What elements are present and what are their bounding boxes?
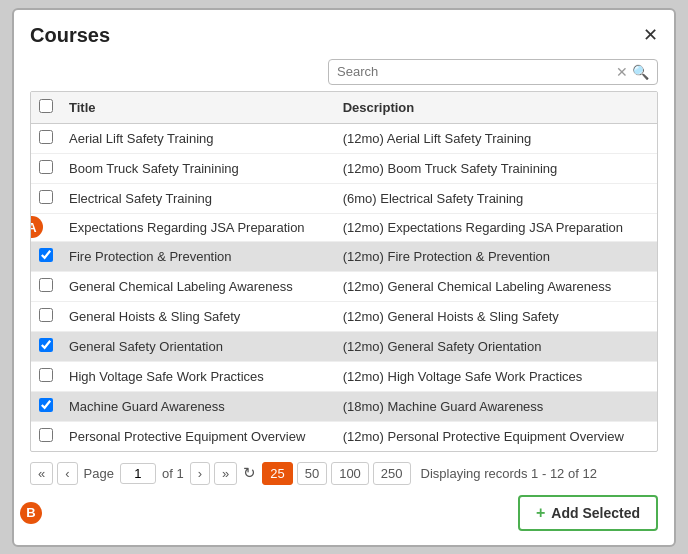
search-icon[interactable]: 🔍 <box>632 64 649 80</box>
row-description: (12mo) General Hoists & Sling Safety <box>335 301 657 331</box>
refresh-button[interactable]: ↻ <box>243 464 256 482</box>
table-row: Electrical Safety Training(6mo) Electric… <box>31 183 657 213</box>
row-title: Electrical Safety Training <box>61 183 335 213</box>
row-title: General Hoists & Sling Safety <box>61 301 335 331</box>
row-checkbox[interactable] <box>39 338 53 352</box>
row-checkbox-cell <box>31 183 61 213</box>
row-title: Boom Truck Safety Trainining <box>61 153 335 183</box>
row-description: (12mo) General Safety Orientation <box>335 331 657 361</box>
next-page-button[interactable]: › <box>190 462 210 485</box>
courses-table: Title Description Aerial Lift Safety Tra… <box>30 91 658 452</box>
row-checkbox[interactable] <box>39 428 53 442</box>
plus-icon: + <box>536 504 545 522</box>
search-row: ✕ 🔍 <box>30 59 658 85</box>
table-row: Personal Protective Equipment Overview(1… <box>31 421 657 451</box>
row-description: (18mo) Machine Guard Awareness <box>335 391 657 421</box>
row-title: Personal Protective Equipment Overview <box>61 421 335 451</box>
per-page-50-button[interactable]: 50 <box>297 462 327 485</box>
row-checkbox[interactable] <box>39 398 53 412</box>
row-description: (12mo) Personal Protective Equipment Ove… <box>335 421 657 451</box>
pagination-row: « ‹ Page of 1 › » ↻ 25 50 100 250 Displa… <box>30 462 658 485</box>
row-checkbox-cell <box>31 123 61 153</box>
header-checkbox-col <box>31 92 61 124</box>
header-title: Title <box>61 92 335 124</box>
clear-icon[interactable]: ✕ <box>616 64 628 80</box>
row-checkbox[interactable] <box>39 248 53 262</box>
table-row: Fire Protection & Prevention(12mo) Fire … <box>31 241 657 271</box>
row-checkbox-cell <box>31 421 61 451</box>
row-description: (12mo) Expectations Regarding JSA Prepar… <box>335 213 657 241</box>
table-row: High Voltage Safe Work Practices(12mo) H… <box>31 361 657 391</box>
row-description: (6mo) Electrical Safety Training <box>335 183 657 213</box>
row-description: (12mo) Aerial Lift Safety Training <box>335 123 657 153</box>
row-title: Expectations Regarding JSA Preparation <box>61 213 335 241</box>
row-checkbox-cell <box>31 331 61 361</box>
first-page-button[interactable]: « <box>30 462 53 485</box>
add-selected-label: Add Selected <box>551 505 640 521</box>
row-checkbox-cell: A <box>31 213 61 241</box>
modal-title: Courses <box>30 24 110 47</box>
row-checkbox-cell <box>31 301 61 331</box>
search-input[interactable] <box>337 64 616 79</box>
row-checkbox[interactable] <box>39 368 53 382</box>
row-checkbox[interactable] <box>39 130 53 144</box>
last-page-button[interactable]: » <box>214 462 237 485</box>
page-input[interactable] <box>120 463 156 484</box>
row-title: General Safety Orientation <box>61 331 335 361</box>
row-checkbox-cell <box>31 361 61 391</box>
page-label: Page <box>84 466 114 481</box>
per-page-250-button[interactable]: 250 <box>373 462 411 485</box>
row-description: (12mo) General Chemical Labeling Awarene… <box>335 271 657 301</box>
row-title: Machine Guard Awareness <box>61 391 335 421</box>
row-checkbox-cell <box>31 271 61 301</box>
row-title: Aerial Lift Safety Training <box>61 123 335 153</box>
table-row: General Safety Orientation(12mo) General… <box>31 331 657 361</box>
courses-modal: Courses ✕ ✕ 🔍 Title Description Aerial L… <box>12 8 676 547</box>
row-description: (12mo) Boom Truck Safety Trainining <box>335 153 657 183</box>
per-page-25-button[interactable]: 25 <box>262 462 292 485</box>
row-description: (12mo) Fire Protection & Prevention <box>335 241 657 271</box>
per-page-100-button[interactable]: 100 <box>331 462 369 485</box>
table-row: Boom Truck Safety Trainining(12mo) Boom … <box>31 153 657 183</box>
close-button[interactable]: ✕ <box>643 26 658 44</box>
row-checkbox-cell <box>31 241 61 271</box>
prev-page-button[interactable]: ‹ <box>57 462 77 485</box>
table-header-row: Title Description <box>31 92 657 124</box>
table-row: General Hoists & Sling Safety(12mo) Gene… <box>31 301 657 331</box>
modal-header: Courses ✕ <box>30 24 658 47</box>
select-all-checkbox[interactable] <box>39 99 53 113</box>
row-checkbox[interactable] <box>39 190 53 204</box>
search-wrapper: ✕ 🔍 <box>328 59 658 85</box>
table-row: Aerial Lift Safety Training(12mo) Aerial… <box>31 123 657 153</box>
table-row: AExpectations Regarding JSA Preparation(… <box>31 213 657 241</box>
row-checkbox[interactable] <box>39 278 53 292</box>
badge-b: B <box>20 502 42 524</box>
footer-row: B + Add Selected <box>30 495 658 531</box>
row-checkbox[interactable] <box>39 160 53 174</box>
add-selected-button[interactable]: + Add Selected <box>518 495 658 531</box>
row-title: High Voltage Safe Work Practices <box>61 361 335 391</box>
row-title: General Chemical Labeling Awareness <box>61 271 335 301</box>
header-description: Description <box>335 92 657 124</box>
row-checkbox-cell <box>31 153 61 183</box>
table-row: Machine Guard Awareness(18mo) Machine Gu… <box>31 391 657 421</box>
row-title: Fire Protection & Prevention <box>61 241 335 271</box>
row-description: (12mo) High Voltage Safe Work Practices <box>335 361 657 391</box>
row-checkbox-cell <box>31 391 61 421</box>
badge-a: A <box>30 216 43 238</box>
table-row: General Chemical Labeling Awareness(12mo… <box>31 271 657 301</box>
of-label: of 1 <box>162 466 184 481</box>
records-label: Displaying records 1 - 12 of 12 <box>421 466 597 481</box>
row-checkbox[interactable] <box>39 308 53 322</box>
